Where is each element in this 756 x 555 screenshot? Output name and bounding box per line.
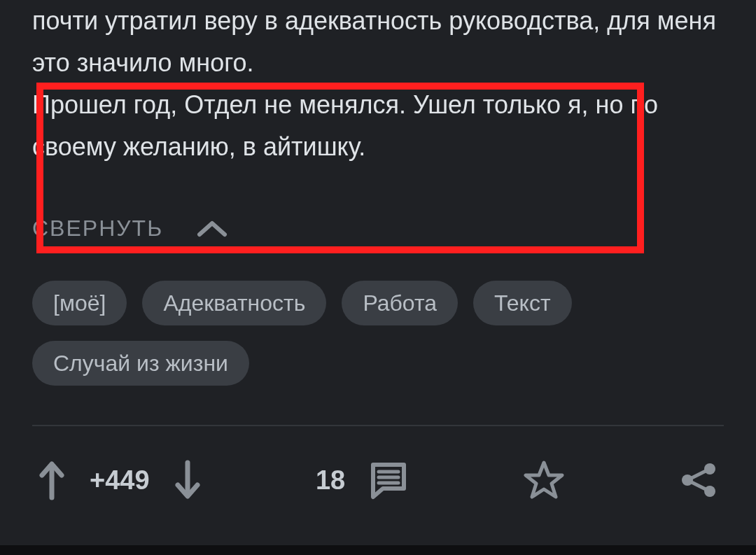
comments-count: 18	[316, 465, 345, 496]
favorite-star-icon[interactable]	[523, 460, 565, 500]
svg-line-9	[692, 482, 706, 489]
tag-list: [моё] Адекватность Работа Текст Случай и…	[32, 281, 724, 386]
vote-group: +449	[38, 460, 202, 500]
svg-point-7	[704, 486, 715, 497]
chevron-up-icon	[197, 219, 227, 239]
score-value: +449	[90, 465, 150, 496]
post-body: почти утратил веру в адекватность руково…	[32, 0, 724, 168]
upvote-icon[interactable]	[38, 460, 66, 500]
collapse-button[interactable]: СВЕРНУТЬ	[32, 216, 724, 241]
comment-icon	[369, 461, 408, 500]
downvote-icon[interactable]	[174, 460, 202, 500]
post-container: почти утратил веру в адекватность руково…	[0, 0, 756, 528]
tag[interactable]: Работа	[342, 281, 458, 325]
tag[interactable]: [моё]	[32, 281, 127, 325]
tag[interactable]: Текст	[473, 281, 572, 325]
post-paragraph-1: почти утратил веру в адекватность руково…	[32, 6, 716, 77]
svg-point-6	[682, 475, 693, 486]
post-paragraph-2: Прошел год, Отдел не менялся. Ушел тольк…	[32, 90, 658, 161]
collapse-label: СВЕРНУТЬ	[32, 216, 163, 241]
svg-point-5	[704, 463, 715, 475]
screen-separator	[0, 545, 756, 555]
tag[interactable]: Случай из жизни	[32, 341, 249, 386]
svg-line-8	[692, 471, 706, 478]
share-icon[interactable]	[679, 461, 718, 500]
comments-button[interactable]: 18	[316, 461, 408, 500]
tag[interactable]: Адекватность	[142, 281, 326, 325]
action-bar: +449 18	[32, 426, 724, 528]
